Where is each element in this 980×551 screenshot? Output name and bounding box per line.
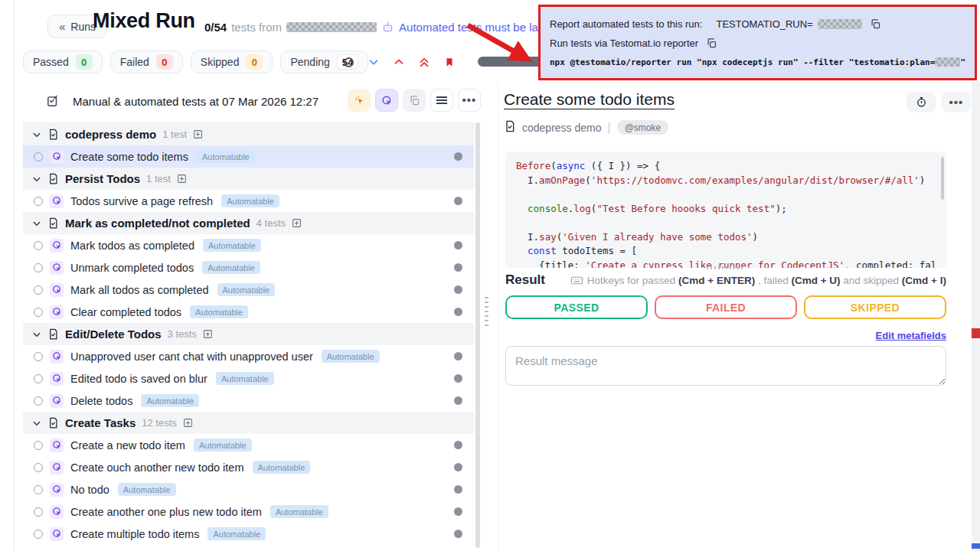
panel-splitter[interactable] xyxy=(485,297,488,326)
filter-label: Skipped xyxy=(201,56,240,68)
test-radio[interactable] xyxy=(34,396,43,406)
result-message-input[interactable] xyxy=(505,346,946,386)
suite-row[interactable]: Persist Todos1 test xyxy=(23,168,474,190)
test-row[interactable]: Create some todo itemsAutomatable xyxy=(23,145,474,168)
chevron-down-icon[interactable] xyxy=(32,130,41,139)
add-test-icon[interactable] xyxy=(203,329,213,339)
test-name[interactable]: Create ouch another new todo item xyxy=(70,461,244,474)
test-name[interactable]: Unmark completed todos xyxy=(70,262,194,274)
test-row[interactable]: Create multiple todo itemsAutomatable xyxy=(23,523,474,545)
test-name[interactable]: Create some todo items xyxy=(70,151,188,163)
test-radio[interactable] xyxy=(34,285,43,295)
add-test-icon[interactable] xyxy=(183,418,193,428)
test-radio[interactable] xyxy=(34,485,43,494)
add-test-icon[interactable] xyxy=(177,174,187,184)
test-name[interactable]: Todos survive a page refresh xyxy=(70,195,213,207)
timer-icon[interactable] xyxy=(906,92,936,112)
test-name[interactable]: Clear completed todos xyxy=(70,306,181,318)
test-row[interactable]: Clear completed todosAutomatable xyxy=(23,301,474,323)
copy-icon[interactable] xyxy=(870,18,881,30)
test-radio[interactable] xyxy=(34,308,43,317)
test-radio[interactable] xyxy=(34,241,43,250)
automated-test-icon xyxy=(50,239,64,253)
code-resize-handle[interactable] xyxy=(707,266,745,269)
test-name[interactable]: Unapproved user cant chat with unapprove… xyxy=(70,350,313,363)
detail-actions: ••• xyxy=(906,92,971,112)
left-scrollbar[interactable] xyxy=(475,122,480,548)
automatable-badge: Automatable xyxy=(141,394,199,407)
test-radio[interactable] xyxy=(34,507,43,517)
result-button-passed[interactable]: PASSED xyxy=(505,295,648,319)
copy-icon[interactable] xyxy=(706,37,717,49)
test-radio[interactable] xyxy=(34,441,43,450)
suite-count: 1 test xyxy=(146,173,171,184)
suite-row[interactable]: Mark as completed/not completed4 tests xyxy=(23,212,474,234)
status-dot xyxy=(454,308,462,316)
test-row[interactable]: Todos survive a page refreshAutomatable xyxy=(23,190,474,212)
test-row[interactable]: Delete todosAutomatable xyxy=(23,390,474,412)
chevron-down-icon[interactable] xyxy=(32,419,41,428)
test-name[interactable]: Edited todo is saved on blur xyxy=(70,373,207,385)
chevron-down-icon[interactable] xyxy=(32,330,41,339)
suite-row[interactable]: Create Tasks12 tests xyxy=(23,412,474,434)
menu-icon[interactable] xyxy=(430,89,453,112)
edit-metafields-link[interactable]: Edit metafields xyxy=(876,330,946,341)
suite-name: Mark as completed/not completed xyxy=(65,217,250,230)
test-radio[interactable] xyxy=(34,352,43,361)
detail-more-icon[interactable]: ••• xyxy=(942,92,971,112)
code-line xyxy=(516,187,936,202)
test-row[interactable]: Mark all todos as completedAutomatable xyxy=(23,279,474,301)
filter-chip-passed[interactable]: Passed0 xyxy=(23,51,103,73)
code-scrollbar[interactable] xyxy=(941,157,944,200)
chevron-down-icon[interactable] xyxy=(32,219,41,228)
suite-file-icon xyxy=(47,217,59,229)
test-radio[interactable] xyxy=(34,463,43,472)
test-name[interactable]: Delete todos xyxy=(70,395,132,407)
filter-chip-failed[interactable]: Failed0 xyxy=(110,51,183,73)
add-test-icon[interactable] xyxy=(292,218,302,228)
test-row[interactable]: Create another one plus new todo itemAut… xyxy=(23,500,474,523)
test-radio[interactable] xyxy=(34,152,43,161)
test-name[interactable]: Mark todos as completed xyxy=(70,240,194,252)
manual-cursor-icon[interactable] xyxy=(348,89,371,112)
test-row[interactable]: No todoAutomatable xyxy=(23,478,474,500)
suite-row[interactable]: Edit/Delete Todos3 tests xyxy=(23,323,474,345)
test-row[interactable]: Unmark completed todosAutomatable xyxy=(23,256,474,279)
chevron-up-icon[interactable] xyxy=(394,57,404,67)
test-name[interactable]: Mark all todos as completed xyxy=(70,284,209,296)
test-row[interactable]: Edited todo is saved on blurAutomatable xyxy=(23,367,474,390)
result-button-failed[interactable]: FAILED xyxy=(655,295,797,319)
tag-badge[interactable]: @smoke xyxy=(617,120,669,135)
test-radio[interactable] xyxy=(34,263,43,272)
result-button-skipped[interactable]: SKIPPED xyxy=(804,295,946,319)
test-name[interactable]: Create a new todo item xyxy=(70,439,185,452)
test-radio[interactable] xyxy=(34,197,43,206)
test-name[interactable]: Create multiple todo items xyxy=(70,528,199,540)
test-name[interactable]: Create another one plus new todo item xyxy=(70,506,262,518)
chevron-down-icon[interactable] xyxy=(368,57,379,67)
test-row[interactable]: Create a new todo itemAutomatable xyxy=(23,434,474,456)
chevron-down-icon[interactable] xyxy=(32,174,41,184)
test-row[interactable]: Unapproved user cant chat with unapprove… xyxy=(23,345,474,367)
double-chevron-up-icon[interactable] xyxy=(419,56,430,68)
more-options-icon[interactable]: ••• xyxy=(458,89,481,112)
suite-row[interactable]: codepress demo1 test xyxy=(23,123,474,145)
status-dot xyxy=(454,285,462,294)
test-name[interactable]: No todo xyxy=(70,484,109,496)
test-radio[interactable] xyxy=(34,374,43,383)
automatable-badge: Automatable xyxy=(221,194,279,207)
copy-tests-icon[interactable] xyxy=(403,89,426,112)
test-radio[interactable] xyxy=(34,530,43,539)
add-test-icon[interactable] xyxy=(193,129,203,139)
suite-file-icon xyxy=(47,173,59,184)
test-row[interactable]: Create ouch another new todo itemAutomat… xyxy=(23,456,474,478)
suite-count: 4 tests xyxy=(256,217,286,229)
status-circle-icon[interactable] xyxy=(344,57,354,67)
automated-cursor-icon[interactable] xyxy=(375,89,398,112)
test-row[interactable]: Mark todos as completedAutomatable xyxy=(23,234,474,256)
filter-chip-skipped[interactable]: Skipped0 xyxy=(191,51,273,73)
edge-scroll-indicator[interactable] xyxy=(972,81,980,551)
robot-icon xyxy=(381,21,394,34)
suite-breadcrumb[interactable]: codepress demo xyxy=(522,122,602,134)
bookmark-icon[interactable] xyxy=(444,57,455,68)
